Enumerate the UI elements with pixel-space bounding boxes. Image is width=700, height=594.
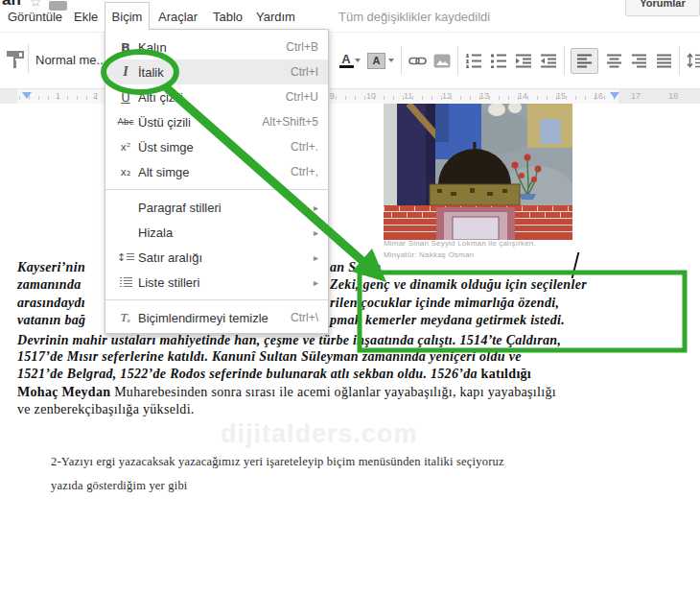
line-spacing-icon: ↕ [113, 251, 138, 264]
google-docs-window: an ☆ Görüntüle Ekle Biçim Araçlar Tablo … [0, 0, 700, 594]
text-fragment: 1521’de Belgrad, 1522’de Rodos seferinde… [17, 367, 481, 381]
bulleted-list-icon [490, 54, 507, 68]
text-color-button[interactable]: A [332, 46, 361, 75]
ruler-number: 15 [556, 91, 566, 101]
decrease-indent-button[interactable] [514, 46, 533, 75]
numbered-list-button[interactable] [464, 46, 483, 75]
ruler-number: 1 [56, 91, 60, 101]
paragraph-line[interactable]: 1521’de Belgrad, 1522’de Rodos seferinde… [17, 367, 688, 384]
bulleted-list-button[interactable] [489, 46, 508, 75]
underline-icon: U [113, 90, 138, 105]
paragraph-style-selector[interactable]: Normal me... [35, 53, 106, 67]
highlight-color-icon: A [367, 53, 385, 69]
text-fragment: Mohaç Meydan [17, 385, 114, 399]
text-fragment: pmak kemerler meydana getirmek istedi. [330, 313, 565, 328]
menubar-item-goruntule[interactable]: Görüntüle [8, 10, 62, 24]
menu-item-ustu-cizili[interactable]: Abc Üstü çizili Alt+Shift+5 [105, 109, 328, 134]
indent-marker-right[interactable] [610, 92, 619, 99]
menu-item-satir-araligi[interactable]: ↕ Satır aralığı ▸ [105, 245, 328, 270]
toolbar-separator [564, 46, 565, 75]
paint-format-icon[interactable] [6, 49, 25, 70]
insert-link-button[interactable] [408, 46, 427, 75]
align-right-icon [631, 54, 647, 68]
image-caption-line1: Mimar Sinan Seyyid Lokman ile çalışırken… [384, 239, 536, 248]
text-fragment: katıldığı [481, 367, 532, 381]
justify-button[interactable] [654, 46, 673, 75]
chevron-down-icon [355, 59, 361, 62]
text-color-icon: A [341, 54, 350, 64]
text-fragment: 1517’de Mısır seferlerine katıldı. Kanun… [17, 349, 522, 364]
menu-item-bicimlendirmeyi-temizle[interactable]: Tₓ Biçimlendirmeyi temizle Ctrl+\ [105, 305, 328, 330]
menu-item-label: Üst simge [138, 140, 194, 154]
align-right-button[interactable] [629, 46, 648, 75]
ruler-number: 2 [93, 91, 98, 101]
menu-item-shortcut: Ctrl+B [286, 40, 318, 54]
outdent-icon [515, 54, 532, 68]
align-center-button[interactable] [604, 46, 623, 75]
menu-item-label: Biçimlendirmeyi temizle [138, 311, 268, 325]
paragraph-line[interactable]: Mohaç Meydan Muharebesinden sonra sırası… [17, 385, 688, 402]
ruler-left-margin [0, 89, 17, 104]
menu-item-shortcut: Ctrl+\ [291, 311, 318, 324]
instruction-line[interactable]: yazıda gösterdiğim yer gibi [51, 479, 188, 493]
image-caption-line2: Minyatür: Nakkaş Osman [384, 250, 474, 259]
miniature-image[interactable] [384, 104, 572, 240]
ruler-number: 11 [404, 91, 412, 101]
menu-item-paragraf-stilleri[interactable]: Paragraf stilleri ▸ [105, 195, 328, 220]
menu-separator [105, 299, 328, 300]
ruler-number: 13 [479, 91, 489, 101]
justify-icon [656, 54, 672, 68]
menu-item-italik[interactable]: I İtalik Ctrl+I [105, 59, 328, 84]
menu-item-liste-stilleri[interactable]: Liste stilleri ▸ [105, 270, 328, 295]
ruler-number: 12 [442, 91, 452, 101]
watermark: dijitalders.com [221, 419, 418, 449]
menu-item-shortcut: Ctrl+U [286, 90, 318, 104]
menubar-item-tablo[interactable]: Tablo [213, 10, 243, 24]
menu-item-label: Altı çizili [138, 90, 183, 105]
ruler-number: 16 [594, 91, 603, 101]
menu-item-label: Üstü çizili [138, 115, 191, 130]
text-fragment: vatanın bağ [17, 313, 85, 327]
menubar-item-bicim-open[interactable]: Biçim [105, 2, 150, 30]
submenu-arrow-icon: ▸ [314, 227, 318, 238]
clear-formatting-icon: Tₓ [113, 310, 138, 325]
paragraph-line[interactable]: ve zenberekçibaşılığa yükseldi. [17, 402, 688, 419]
menubar-item-araclar[interactable]: Araçlar [158, 10, 198, 24]
paragraph-line[interactable]: Devrinin mahir ustaları mahiyetinde han,… [17, 333, 688, 350]
highlight-color-button[interactable]: A [366, 46, 395, 75]
menu-item-alti-cizili[interactable]: U Altı çizili Ctrl+U [105, 84, 328, 109]
align-left-button-selected[interactable] [571, 48, 598, 74]
line-spacing-button[interactable] [686, 46, 700, 75]
format-menu: B Kalın Ctrl+B I İtalik Ctrl+I U Altı çi… [105, 29, 329, 334]
menubar-item-yardim[interactable]: Yardım [256, 10, 295, 24]
paragraph-line[interactable]: 1517’de Mısır seferlerine katıldı. Kanun… [17, 349, 688, 367]
text-fragment: Zeki, genç ve dinamik olduğu için seçile… [330, 277, 587, 293]
submenu-arrow-icon: ▸ [314, 252, 318, 263]
increase-indent-button[interactable] [539, 46, 558, 75]
ruler-number: 10 [366, 91, 376, 101]
chevron-down-icon [388, 59, 394, 62]
menu-item-ust-simge[interactable]: x² Üst simge Ctrl+. [105, 134, 328, 159]
menu-item-hizala[interactable]: Hizala ▸ [105, 220, 328, 245]
toolbar-separator [679, 46, 680, 75]
menu-item-alt-simge[interactable]: x₂ Alt simge Ctrl+, [105, 159, 328, 184]
insert-image-button[interactable] [432, 46, 452, 75]
image-icon [433, 54, 451, 68]
indent-marker-left[interactable] [22, 92, 32, 99]
text-fragment: rilen çocuklar içinde mimarlığa özendi, [330, 296, 559, 311]
menu-item-kalin[interactable]: B Kalın Ctrl+B [105, 35, 328, 59]
comments-button[interactable]: Yorumlar [625, 0, 700, 16]
text-fragment: arasındaydı [17, 296, 85, 310]
superscript-icon: x² [113, 141, 138, 154]
menu-item-label: Alt simge [138, 165, 189, 179]
text-color-swatch [339, 65, 354, 68]
menubar-item-ekle[interactable]: Ekle [74, 10, 98, 24]
text-fragment: Devrinin mahir ustaları mahiyetinde han,… [17, 333, 561, 347]
save-status: Tüm değişiklikler kaydedildi [338, 10, 490, 24]
submenu-arrow-icon: ▸ [314, 277, 318, 288]
star-icon[interactable]: ☆ [30, 0, 42, 10]
text-fragment: zamanında [17, 277, 82, 292]
document-title-fragment[interactable]: an [2, 0, 21, 10]
toolbar-separator [401, 46, 402, 75]
instruction-line[interactable]: 2-Yazıyı ergi yazacaksak yazacağımız yer… [51, 455, 504, 469]
